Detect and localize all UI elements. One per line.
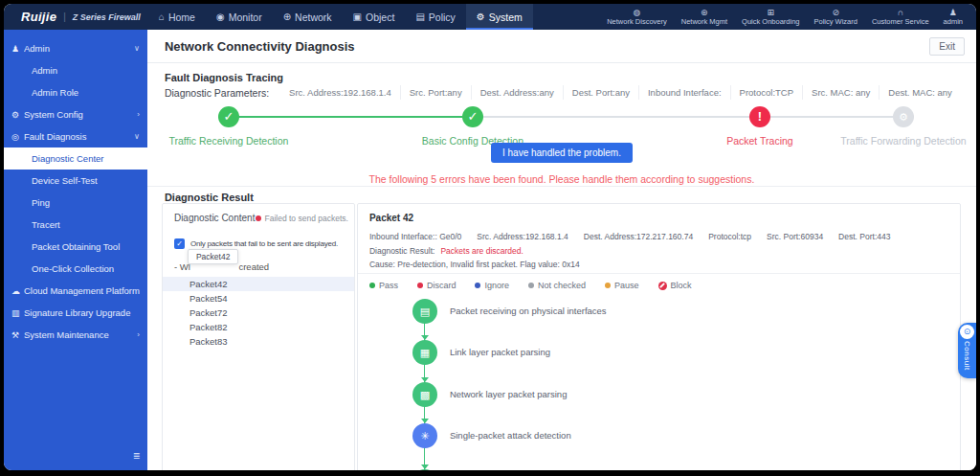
filter-checkbox[interactable]: ✓ <box>174 238 185 249</box>
param-protocol: Protocol:TCP <box>731 85 804 100</box>
sidebar-item-one-click-collection[interactable]: One-Click Collection <box>4 258 147 280</box>
section-divider <box>147 186 976 187</box>
product-name: Z Series Firewall <box>73 12 141 22</box>
diagnostic-result-title: Diagnostic Result <box>165 192 254 203</box>
filter-label: Only packets that fail to be sent are di… <box>190 239 338 248</box>
fail-legend: Failed to send packets. <box>256 214 348 223</box>
param-inbound-interface: Inbound Interface: <box>639 85 731 100</box>
consult-label: Consult <box>963 341 971 371</box>
nav-policy[interactable]: ▤Policy <box>405 4 465 30</box>
tree-collapse-marker: - <box>174 261 177 272</box>
policy-icon: ▤ <box>415 11 424 22</box>
sidebar-collapse-icon[interactable]: ≡ <box>133 449 140 463</box>
param-dest-port: Dest. Port:any <box>564 85 639 100</box>
field-src-address: Src. Address:192.168.1.4 <box>477 232 568 241</box>
admin-username: admin <box>944 17 963 26</box>
sidebar-item-cloud-management-platform[interactable]: ☁Cloud Management Platform <box>4 280 147 302</box>
chevron-right-icon: › <box>137 110 140 119</box>
step-success-icon: ✓ <box>218 106 239 127</box>
sidebar-item-device-self-test[interactable]: Device Self-Test <box>4 170 147 192</box>
sidebar-item-diagnostic-center[interactable]: Diagnostic Center <box>4 147 147 170</box>
nav-utilities: ◍Network Discovery ⊛Network Mgmt ⊞Quick … <box>607 4 976 30</box>
network-mgmt-button[interactable]: ⊛Network Mgmt <box>681 8 727 27</box>
nav-object[interactable]: ▣Object <box>343 4 406 30</box>
list-item-packet42[interactable]: Packet42 <box>163 277 354 291</box>
sidebar-label: System Config <box>24 109 137 120</box>
packet-list: Packet42 Packet54 Packet72 Packet82 Pack… <box>163 277 354 349</box>
network-mgmt-icon: ⊛ <box>701 8 708 18</box>
diagnostic-content-panel: Diagnostic Content Failed to send packet… <box>162 203 355 470</box>
interface-node-icon: ▤ <box>412 299 437 324</box>
main-content: Network Connectivity Diagnosis Exit Faul… <box>147 30 976 470</box>
sidebar-item-admin[interactable]: Admin <box>4 59 147 81</box>
chevron-down-icon: ∨ <box>134 44 140 53</box>
diagnostic-parameters-label: Diagnostic Parameters: <box>165 87 269 99</box>
pause-dot-icon <box>605 283 611 288</box>
sidebar-item-signature-library-upgrade[interactable]: ▥Signature Library Upgrade <box>4 302 147 324</box>
flow-label-physical-receiving: Packet receiving on physical interfaces <box>450 306 607 316</box>
network-discovery-button[interactable]: ◍Network Discovery <box>607 8 667 27</box>
legend-discard: Discard <box>417 281 457 290</box>
network-mgmt-label: Network Mgmt <box>681 17 727 26</box>
logo-divider: | <box>63 11 66 22</box>
nav-monitor[interactable]: ◉Monitor <box>206 4 273 30</box>
firewall-app: Ruijie | Z Series Firewall ⌂Home ◉Monito… <box>4 4 976 470</box>
list-item-packet83[interactable]: Packet83 <box>163 334 354 349</box>
sidebar-item-packet-obtaining-tool[interactable]: Packet Obtaining Tool <box>4 236 147 258</box>
param-src-address: Src. Address:192.168.1.4 <box>280 85 401 100</box>
list-item-packet72[interactable]: Packet72 <box>163 306 354 320</box>
filter-checkbox-row: ✓ Only packets that fail to be sent are … <box>174 238 338 249</box>
sidebar-item-admin-group[interactable]: ♟Admin∨ <box>4 37 147 59</box>
field-protocol: Protocol:tcp <box>708 232 751 241</box>
handled-problem-button[interactable]: I have handled the problem. <box>491 143 633 163</box>
gear-icon: ⚙ <box>11 110 24 120</box>
admin-icon: ♟ <box>11 44 24 54</box>
legend-label: Discard <box>427 281 457 290</box>
policy-wizard-button[interactable]: ⊘Policy Wizard <box>814 8 858 27</box>
customer-service-label: Customer Service <box>872 17 929 26</box>
nav-policy-label: Policy <box>429 11 456 23</box>
sidebar-label: Fault Diagnosis <box>24 131 134 142</box>
legend-label: Pass <box>379 281 398 290</box>
admin-user-menu[interactable]: ♟admin <box>944 8 963 27</box>
step-pending-icon: ⚙ <box>893 106 914 127</box>
field-dest-address: Dest. Address:172.217.160.74 <box>584 232 693 241</box>
attack-detection-node-icon: ✳ <box>412 423 437 448</box>
quick-onboarding-label: Quick Onboarding <box>742 17 799 26</box>
quick-onboarding-icon: ⊞ <box>768 8 775 18</box>
sidebar-label: Signature Library Upgrade <box>24 307 140 318</box>
legend-label: Not checked <box>538 281 586 290</box>
result-label: Diagnostic Result: <box>369 246 435 256</box>
sidebar-label: Ping <box>32 197 140 208</box>
not-checked-dot-icon <box>528 283 534 288</box>
monitor-icon: ◉ <box>216 11 225 22</box>
sidebar-item-admin-role[interactable]: Admin Role <box>4 81 147 103</box>
list-item-packet82[interactable]: Packet82 <box>163 320 354 334</box>
sidebar-label: One-Click Collection <box>32 263 140 274</box>
legend-label: Pause <box>614 281 639 290</box>
legend-not-checked: Not checked <box>528 281 586 290</box>
packet-detail-panel: Packet 42 Inbound Interface:: Ge0/0 Src.… <box>357 203 961 470</box>
nav-home[interactable]: ⌂Home <box>148 4 206 30</box>
packet-flow-diagram: ▤ Packet receiving on physical interface… <box>358 296 960 470</box>
diagnostic-parameters-row: Diagnostic Parameters: Src. Address:192.… <box>165 85 961 100</box>
consult-floating-button[interactable]: ⊙ Consult <box>958 323 976 378</box>
quick-onboarding-button[interactable]: ⊞Quick Onboarding <box>742 8 799 27</box>
diagnostic-content-title: Diagnostic Content <box>174 213 256 223</box>
sidebar-item-system-maintenance[interactable]: ⚒System Maintenance› <box>4 324 147 346</box>
sidebar-item-system-config[interactable]: ⚙System Config› <box>4 103 147 125</box>
nav-network[interactable]: ⊕Network <box>273 4 343 30</box>
app-body: ♟Admin∨ Admin Admin Role ⚙System Config›… <box>4 30 976 470</box>
exit-button[interactable]: Exit <box>929 37 965 56</box>
sidebar-item-fault-diagnosis[interactable]: ◎Fault Diagnosis∨ <box>4 125 147 147</box>
nav-system[interactable]: ⚙System <box>466 4 533 30</box>
chevron-down-icon: ∨ <box>134 132 140 141</box>
sidebar-item-tracert[interactable]: Tracert <box>4 214 147 236</box>
param-dest-address: Dest. Address:any <box>472 85 564 100</box>
sidebar-item-ping[interactable]: Ping <box>4 192 147 214</box>
status-legend: Pass Discard Ignore Not checked Pause Bl… <box>369 281 692 290</box>
next-stage-node-icon: ▤ <box>412 469 437 470</box>
customer-service-button[interactable]: ∩Customer Service <box>872 8 929 27</box>
link-layer-node-icon: ▦ <box>412 340 437 365</box>
list-item-packet54[interactable]: Packet54 <box>163 291 354 306</box>
